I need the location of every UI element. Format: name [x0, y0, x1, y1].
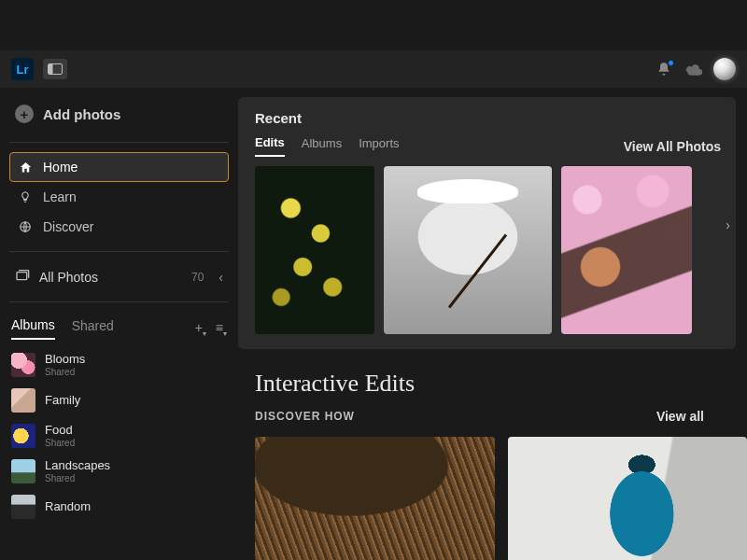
- recent-title: Recent: [255, 110, 721, 126]
- svg-rect-1: [49, 64, 53, 74]
- lightbulb-icon: [17, 190, 34, 203]
- notifications-icon[interactable]: [654, 62, 674, 77]
- album-thumbnail: [11, 495, 35, 519]
- chevron-left-icon: ‹: [218, 270, 223, 285]
- interactive-edits-subtitle: DISCOVER HOW: [255, 410, 355, 423]
- notification-dot: [668, 60, 674, 66]
- interactive-view-all-link[interactable]: View all: [656, 409, 726, 424]
- add-photos-label: Add photos: [43, 106, 120, 122]
- divider: [9, 251, 229, 252]
- cloud-sync-icon[interactable]: [684, 63, 704, 76]
- chevron-right-icon[interactable]: ›: [726, 217, 730, 232]
- tab-albums[interactable]: Albums: [11, 317, 55, 340]
- view-all-photos-link[interactable]: View All Photos: [624, 139, 721, 154]
- add-photos-button[interactable]: + Add photos: [9, 95, 229, 133]
- tab-shared[interactable]: Shared: [72, 318, 114, 339]
- sidebar-item-label: Discover: [43, 219, 93, 234]
- user-avatar[interactable]: [713, 58, 736, 80]
- main-content: Recent Edits Albums Imports View All Pho…: [238, 88, 747, 560]
- divider: [9, 142, 229, 143]
- interactive-card-1[interactable]: [255, 437, 495, 560]
- recent-tabs: Edits Albums Imports View All Photos: [255, 135, 721, 157]
- album-thumbnail: [11, 353, 35, 377]
- recent-photo-1[interactable]: [255, 166, 374, 334]
- recent-photo-3[interactable]: [561, 166, 692, 334]
- tab-edits[interactable]: Edits: [255, 135, 285, 157]
- album-thumbnail: [11, 459, 35, 483]
- sidebar-item-label: Learn: [43, 189, 77, 204]
- sidebar-item-discover[interactable]: Discover: [9, 212, 229, 242]
- albums-tabs: Albums Shared +▾ ≡▾: [9, 312, 229, 340]
- sidebar-item-label: Home: [43, 160, 78, 175]
- app-logo: Lr: [11, 58, 34, 80]
- home-icon: [17, 161, 34, 175]
- divider: [9, 301, 229, 302]
- album-sublabel: Shared: [45, 473, 110, 483]
- all-photos-row[interactable]: All Photos 70 ‹: [9, 261, 229, 292]
- photo-stack-icon: [15, 269, 30, 285]
- interactive-edits-header: Interactive Edits DISCOVER HOW View all: [238, 349, 747, 424]
- top-bar: Lr: [0, 50, 747, 88]
- album-row-blooms[interactable]: Blooms Shared: [9, 347, 229, 383]
- album-row-landscapes[interactable]: Landscapes Shared: [9, 454, 229, 489]
- album-name: Landscapes: [45, 459, 110, 472]
- tab-imports[interactable]: Imports: [359, 136, 399, 156]
- plus-circle-icon: +: [15, 105, 34, 123]
- interactive-card-2[interactable]: [508, 437, 748, 560]
- sidebar-item-home[interactable]: Home: [9, 152, 229, 182]
- interactive-edits-title: Interactive Edits: [255, 370, 726, 398]
- album-name: Family: [45, 394, 80, 407]
- interactive-strip: [255, 437, 747, 560]
- sort-albums-icon[interactable]: ≡▾: [216, 320, 227, 338]
- album-thumbnail: [11, 424, 35, 448]
- album-row-family[interactable]: Family: [9, 383, 229, 418]
- sidebar: + Add photos Home Learn Discover All Pho…: [0, 88, 238, 560]
- globe-icon: [17, 220, 34, 233]
- recent-panel: Recent Edits Albums Imports View All Pho…: [238, 97, 736, 349]
- panel-toggle-button[interactable]: [43, 59, 67, 79]
- album-row-random[interactable]: Random: [9, 489, 229, 525]
- add-album-icon[interactable]: +▾: [195, 320, 206, 338]
- recent-photo-2[interactable]: [384, 166, 552, 334]
- album-name: Blooms: [45, 353, 85, 366]
- sidebar-item-learn[interactable]: Learn: [9, 182, 229, 212]
- window-titlebar: [0, 0, 747, 50]
- album-row-food[interactable]: Food Shared: [9, 418, 229, 454]
- album-thumbnail: [11, 388, 35, 413]
- album-sublabel: Shared: [45, 367, 85, 377]
- all-photos-count: 70: [191, 271, 204, 284]
- all-photos-label: All Photos: [39, 270, 98, 285]
- album-name: Random: [45, 500, 91, 513]
- recent-strip: [255, 166, 721, 334]
- album-sublabel: Shared: [45, 438, 75, 448]
- tab-albums-recent[interactable]: Albums: [302, 136, 342, 156]
- svg-rect-3: [17, 273, 27, 280]
- album-name: Food: [45, 424, 75, 437]
